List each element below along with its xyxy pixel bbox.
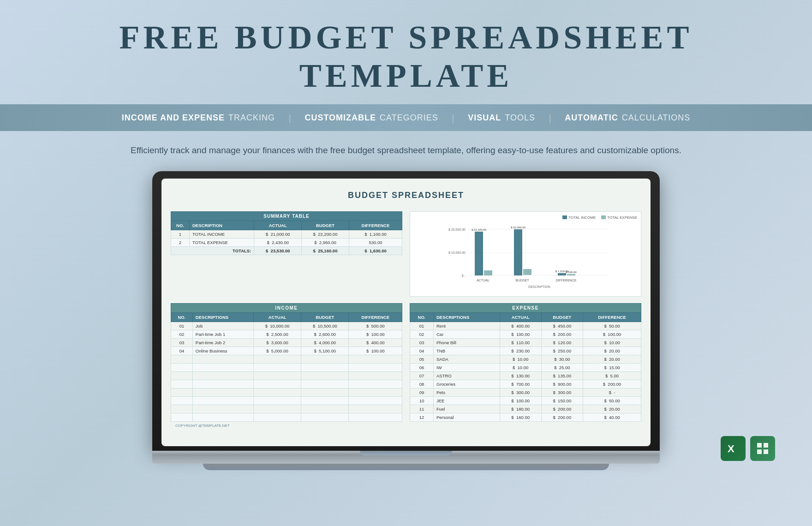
svg-text:DESCRIPTION: DESCRIPTION <box>528 285 550 288</box>
excel-svg: X <box>726 441 740 456</box>
col-no: NO. <box>171 221 190 230</box>
spreadsheet-top-grid: SUMMARY TABLE NO. DESCRIPTION ACTUAL BUD… <box>171 211 641 297</box>
row1-budget: $ 22,200.00 <box>302 230 349 238</box>
feature-automatic-normal: CALCULATIONS <box>622 113 691 123</box>
table-row: 07ASTRO$ 130.00$ 135.00$ 5.00 <box>410 371 641 380</box>
bar-actual-expense <box>484 270 492 275</box>
table-row: 2 TOTAL EXPENSE $ 2,430.00 $ 2,960.00 53… <box>171 238 402 246</box>
svg-rect-16 <box>764 443 768 448</box>
exp-col-budget: BUDGET <box>541 312 583 322</box>
table-row <box>171 355 402 363</box>
feature-sep-3: | <box>549 112 551 124</box>
excel-icon[interactable]: X <box>721 436 746 461</box>
income-header: INCOME <box>171 303 402 312</box>
svg-text:$ 530.00: $ 530.00 <box>566 271 577 274</box>
legend-expense-label: TOTAL EXPENSE <box>607 215 637 220</box>
summary-table: SUMMARY TABLE NO. DESCRIPTION ACTUAL BUD… <box>171 211 402 255</box>
svg-rect-15 <box>757 443 762 448</box>
table-row: 04TNB$ 230.00$ 250.00$ 20.00 <box>410 347 641 355</box>
row2-budget: $ 2,960.00 <box>302 238 349 246</box>
table-row <box>171 396 402 405</box>
feature-bar: INCOME AND EXPENSE TRACKING | CUSTOMIZAB… <box>0 104 812 131</box>
exp-col-diff: DIFFERENCE <box>583 312 641 322</box>
summary-section: SUMMARY TABLE NO. DESCRIPTION ACTUAL BUD… <box>171 211 402 290</box>
totals-row: TOTALS: $ 23,530.00 $ 25,160.00 $ 1,630.… <box>171 246 402 255</box>
income-section: INCOME NO. DESCRIPTIONS ACTUAL BUDGET DI… <box>171 303 402 422</box>
description-text: Efficiently track and manage your financ… <box>0 131 812 167</box>
row2-diff: 530.00 <box>349 238 402 246</box>
totals-label: TOTALS: <box>171 246 254 255</box>
laptop-device: BUDGET SPREADSHEET SUMMARY TABLE NO. <box>152 171 660 470</box>
laptop-screen-frame: BUDGET SPREADSHEET SUMMARY TABLE NO. <box>152 171 660 451</box>
feature-visual: VISUAL TOOLS <box>468 113 535 123</box>
table-row <box>171 388 402 396</box>
table-row <box>171 363 402 371</box>
table-row: 02Car$ 100.00$ 200.00$ 100.00 <box>410 330 641 338</box>
page-title: FREE BUDGET SPREADSHEET TEMPLATE <box>9 18 803 95</box>
income-expense-grid: INCOME NO. DESCRIPTIONS ACTUAL BUDGET DI… <box>171 303 641 422</box>
inc-col-budget: BUDGET <box>301 312 349 322</box>
row2-actual: $ 2,430.00 <box>254 238 302 246</box>
table-row: 01 Job $ 10,000.00 $ 10,500.00 $ 500.00 <box>171 322 402 330</box>
table-row <box>171 413 402 421</box>
table-row: 01Rent$ 400.00$ 450.00$ 50.00 <box>410 322 641 330</box>
laptop-stand <box>203 464 609 470</box>
table-row: 06IW$ 10.00$ 25.00$ 15.00 <box>410 363 641 371</box>
totals-budget: $ 25,160.00 <box>302 246 349 255</box>
svg-text:X: X <box>728 443 734 454</box>
expense-header: EXPENSE <box>410 303 641 312</box>
file-icons: X <box>721 436 775 461</box>
spreadsheet: BUDGET SPREADSHEET SUMMARY TABLE NO. <box>161 179 651 437</box>
feature-sep-1: | <box>289 112 291 124</box>
page-header: FREE BUDGET SPREADSHEET TEMPLATE <box>0 0 812 104</box>
table-row: 12Personal$ 160.00$ 200.00$ 40.00 <box>410 413 641 421</box>
legend-income: TOTAL INCOME <box>562 215 596 220</box>
feature-automatic: AUTOMATIC CALCULATIONS <box>565 113 690 123</box>
laptop-base <box>152 451 660 464</box>
table-row: 04 Online Business $ 5,000.00 $ 5,100.00… <box>171 347 402 355</box>
table-row: 10JEE$ 100.00$ 150.00$ 50.00 <box>410 396 641 405</box>
income-table: INCOME NO. DESCRIPTIONS ACTUAL BUDGET DI… <box>171 303 402 422</box>
bar-diff-income <box>558 273 566 275</box>
svg-text:$ 22,000.00: $ 22,000.00 <box>511 226 525 229</box>
chart-area: TOTAL INCOME TOTAL EXPENSE $ <box>410 211 641 297</box>
inc-col-desc: DESCRIPTIONS <box>192 312 253 322</box>
row2-no: 2 <box>171 238 190 246</box>
inc-col-diff: DIFFERENCE <box>349 312 402 322</box>
feature-income-normal: TRACKING <box>228 113 275 123</box>
table-row <box>171 380 402 388</box>
spreadsheet-title: BUDGET SPREADSHEET <box>171 186 641 205</box>
feature-visual-normal: TOOLS <box>505 113 535 123</box>
exp-col-actual: ACTUAL <box>500 312 541 322</box>
laptop-wrapper: BUDGET SPREADSHEET SUMMARY TABLE NO. <box>0 167 812 489</box>
col-budget: BUDGET <box>302 221 349 230</box>
svg-text:ACTUAL: ACTUAL <box>477 279 490 282</box>
table-row: 08Groceries$ 700.00$ 900.00$ 200.00 <box>410 380 641 388</box>
exp-col-no: NO. <box>410 312 434 322</box>
table-row <box>171 405 402 413</box>
feature-income-bold: INCOME AND EXPENSE <box>122 113 225 123</box>
table-row <box>171 371 402 380</box>
table-row: 02 Part-time Job 1 $ 2,500.00 $ 2,600.00… <box>171 330 402 338</box>
copyright-text: COPYRIGHT @TEMPLATE.NET <box>171 422 641 430</box>
sheets-svg <box>755 441 770 456</box>
legend-expense: TOTAL EXPENSE <box>601 215 637 220</box>
legend-income-label: TOTAL INCOME <box>568 215 596 220</box>
expense-section: EXPENSE NO. DESCRIPTIONS ACTUAL BUDGET D… <box>410 303 641 422</box>
legend-income-box <box>562 215 567 219</box>
feature-income: INCOME AND EXPENSE TRACKING <box>122 113 275 123</box>
svg-rect-17 <box>757 449 762 454</box>
table-row: 11Fuel$ 180.00$ 200.00$ 20.00 <box>410 405 641 413</box>
bar-actual-income <box>475 232 483 275</box>
row1-diff: $ 1,100.00 <box>349 230 402 238</box>
sheets-icon[interactable] <box>750 436 775 461</box>
totals-diff: $ 1,630.00 <box>349 246 402 255</box>
table-row: 09Pets$ 300.00$ 300.00$ - <box>410 388 641 396</box>
feature-visual-bold: VISUAL <box>468 113 501 123</box>
table-row: 03 Part-time Job 2 $ 3,600.00 $ 4,000.00… <box>171 338 402 347</box>
col-desc: DESCRIPTION <box>190 221 254 230</box>
row1-actual: $ 21,000.00 <box>254 230 302 238</box>
bar-diff-expense <box>567 274 575 275</box>
bar-budget-income <box>514 229 522 275</box>
row1-no: 1 <box>171 230 190 238</box>
